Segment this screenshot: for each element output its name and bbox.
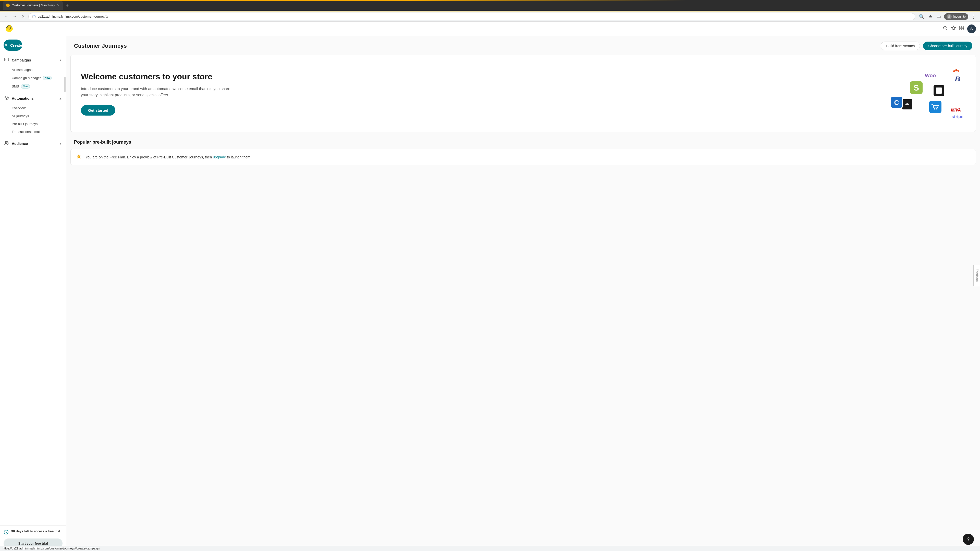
free-plan-notice: You are on the Free Plan. Enjoy a previe… [70, 149, 976, 165]
campaigns-section-header[interactable]: Campaigns ▲ [0, 54, 66, 66]
header-layout-btn[interactable] [959, 25, 964, 32]
content-area: Customer Journeys Build from scratch Cho… [66, 36, 980, 551]
search-engine-btn[interactable]: 🔍 [918, 13, 925, 20]
audience-label: Audience [12, 141, 56, 146]
svg-point-22 [7, 97, 8, 98]
transactional-email-label: Transactional email [12, 130, 40, 134]
campaigns-chevron: ▲ [59, 59, 62, 62]
stripe-logo: stripe [952, 114, 963, 119]
svg-point-11 [943, 26, 946, 29]
url-text: us21.admin.mailchimp.com/customer-journe… [38, 14, 108, 18]
campaign-manager-label: Campaign Manager [12, 76, 41, 80]
loading-bar [0, 0, 686, 1]
forward-btn[interactable]: → [12, 13, 18, 20]
create-btn[interactable]: Create [3, 40, 22, 51]
hero-section: Welcome customers to your store Introduc… [70, 55, 976, 132]
campaigns-icon [4, 57, 9, 63]
svg-rect-13 [959, 26, 961, 28]
svg-point-47 [78, 156, 80, 157]
app-header: S [0, 22, 980, 36]
hero-title: Welcome customers to your store [81, 71, 234, 82]
sidebar-item-sms[interactable]: SMS New [0, 82, 66, 91]
header-search-btn[interactable] [943, 25, 948, 32]
tab-favicon [6, 3, 10, 7]
audience-section: Audience ▼ [0, 137, 66, 150]
audience-section-header[interactable]: Audience ▼ [0, 138, 66, 149]
all-campaigns-label: All campaigns [12, 68, 32, 72]
trial-text: 90 days left to access a free trial. [11, 529, 61, 534]
svg-point-7 [8, 27, 9, 27]
browser-actions: 🔍 ★ ▭ Incognito ⋮ [918, 13, 977, 20]
status-bar: https://us21.admin.mailchimp.com/custome… [0, 546, 980, 551]
pre-built-journeys-label: Pre-built journeys [12, 122, 38, 126]
sidebar-item-all-campaigns[interactable]: All campaigns [0, 66, 66, 74]
popular-section-title: Popular pre-built journeys [66, 137, 980, 149]
campaigns-label: Campaigns [12, 58, 56, 62]
svg-point-8 [10, 27, 10, 27]
svg-rect-15 [959, 28, 961, 30]
svg-point-1 [948, 17, 950, 18]
create-icon [3, 42, 8, 48]
build-from-scratch-btn[interactable]: Build from scratch [881, 41, 920, 50]
address-bar-row: ← → ✕ us21.admin.mailchimp.com/customer-… [0, 11, 980, 22]
app-layout: S Create [0, 22, 980, 551]
sidebar-item-all-journeys[interactable]: All journeys [0, 112, 66, 120]
audience-icon [4, 140, 9, 147]
notice-star-icon [76, 153, 82, 161]
feedback-tab[interactable]: Feedback [974, 265, 980, 286]
sidebar-scrollbar[interactable] [64, 77, 65, 92]
browser-tab[interactable]: Customer Journeys | Mailchimp ✕ [3, 1, 63, 10]
audience-chevron: ▼ [59, 142, 62, 145]
hero-left: Welcome customers to your store Introduc… [81, 71, 234, 116]
incognito-label: Incognito [953, 15, 966, 18]
incognito-icon [947, 14, 952, 19]
sidebar-item-transactional-email[interactable]: Transactional email [0, 128, 66, 136]
svg-rect-19 [6, 60, 8, 60]
sidebar-item-pre-built-journeys[interactable]: Pre-built journeys [0, 120, 66, 128]
notice-text: You are on the Free Plan. Enjoy a previe… [86, 155, 251, 159]
trial-suffix: to access a free trial. [29, 529, 61, 533]
tab-close-btn[interactable]: ✕ [57, 3, 60, 7]
tab-title: Customer Journeys | Mailchimp [12, 3, 55, 7]
more-options-btn[interactable]: ⋮ [970, 13, 977, 20]
address-input[interactable]: us21.admin.mailchimp.com/customer-journe… [28, 13, 915, 20]
help-btn[interactable]: ? [963, 534, 974, 545]
overview-label: Overview [12, 106, 25, 110]
incognito-btn[interactable]: Incognito [944, 13, 968, 20]
automations-section-header[interactable]: Automations ▲ [0, 93, 66, 104]
svg-rect-14 [962, 26, 964, 28]
trial-info: 90 days left to access a free trial. [3, 529, 62, 536]
user-avatar[interactable]: S [967, 24, 976, 33]
shopify-logo: S [908, 79, 924, 97]
reload-btn[interactable]: ✕ [21, 13, 26, 20]
header-star-btn[interactable] [951, 25, 956, 32]
svg-marker-12 [951, 26, 956, 30]
svg-rect-35 [936, 87, 942, 94]
sms-label: SMS [12, 84, 19, 88]
automations-icon [4, 95, 9, 102]
sidebar-scroll: Create Campaigns [0, 36, 66, 525]
hero-integration-logos: Woo [869, 65, 966, 121]
page-title: Customer Journeys [74, 43, 127, 49]
sidebar-item-campaign-manager[interactable]: Campaign Manager New [0, 74, 66, 82]
bookmark-btn[interactable]: ★ [928, 13, 934, 20]
loading-spinner [32, 15, 36, 18]
svg-point-24 [5, 141, 7, 143]
back-btn[interactable]: ← [3, 13, 9, 20]
automations-label: Automations [12, 97, 56, 100]
choose-prebuilt-btn[interactable]: Choose pre-built journey [923, 41, 972, 50]
header-actions: S [943, 24, 976, 33]
svg-text:S: S [914, 83, 919, 92]
all-journeys-label: All journeys [12, 114, 29, 118]
split-screen-btn[interactable]: ▭ [935, 13, 942, 20]
bigcommerce-logo: B [951, 72, 964, 87]
square-logo [932, 83, 946, 99]
svg-text:B: B [955, 75, 960, 83]
hero-cta-btn[interactable]: Get started [81, 105, 115, 116]
new-tab-btn[interactable]: + [66, 3, 69, 8]
mailchimp-logo[interactable] [4, 23, 14, 35]
svg-point-9 [6, 27, 8, 28]
svg-point-10 [11, 27, 12, 28]
upgrade-link[interactable]: upgrade [213, 155, 226, 159]
sidebar-item-overview[interactable]: Overview [0, 104, 66, 112]
